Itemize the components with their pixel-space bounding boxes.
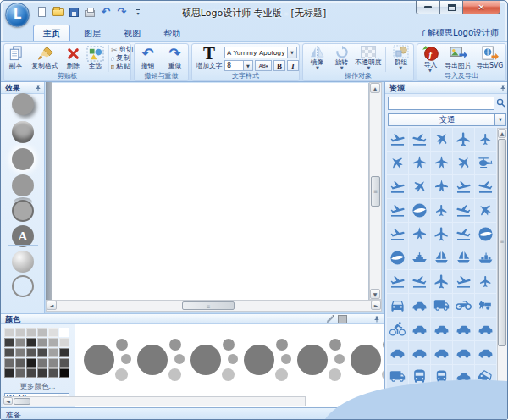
- redo-quick-button[interactable]: ↷: [115, 5, 129, 19]
- resource-item-plane-takeoff[interactable]: [453, 175, 474, 198]
- color-swatch[interactable]: [59, 338, 69, 347]
- color-swatch[interactable]: [37, 358, 47, 368]
- resource-item-plane-badge[interactable]: [387, 246, 408, 269]
- category-select[interactable]: 交通 ▼: [388, 113, 506, 126]
- font-size-select[interactable]: 8 ▼: [224, 60, 253, 71]
- resource-item-truck[interactable]: [431, 294, 452, 317]
- scroll-up-arrow[interactable]: ▲: [498, 129, 506, 138]
- pencil-icon[interactable]: [326, 315, 334, 323]
- color-swatch[interactable]: [15, 328, 25, 337]
- resource-item-plane-landing[interactable]: [409, 128, 430, 151]
- export-svg-button[interactable]: 导出SVG: [474, 45, 505, 72]
- minimize-button[interactable]: [416, 1, 440, 14]
- resources-scrollbar[interactable]: ▲ ≡ ▼: [497, 128, 508, 420]
- pin-icon[interactable]: [373, 316, 380, 323]
- mirror-button[interactable]: 镜像 ▼: [305, 45, 330, 72]
- search-input[interactable]: [388, 97, 494, 110]
- resource-item-car-side[interactable]: [431, 341, 452, 364]
- scroll-right-arrow[interactable]: ►: [371, 301, 381, 310]
- effect-inner-shadow[interactable]: [12, 121, 34, 143]
- color-swatch[interactable]: [15, 358, 25, 368]
- effect-stroke[interactable]: [12, 200, 34, 222]
- color-swatch[interactable]: [26, 338, 36, 347]
- color-swatch[interactable]: [4, 338, 14, 347]
- paste-button[interactable]: 粘贴: [109, 63, 130, 71]
- effect-gradient-fill[interactable]: [12, 251, 34, 273]
- color-swatch[interactable]: [15, 368, 25, 378]
- color-swatch[interactable]: [59, 348, 69, 357]
- resource-item-van[interactable]: [431, 365, 452, 388]
- export-image-button[interactable]: 导出图片: [442, 45, 474, 72]
- vertical-scroll-thumb[interactable]: ≡: [498, 139, 506, 346]
- resource-item-car-side[interactable]: [431, 318, 452, 340]
- resource-item-jet-tilt[interactable]: [453, 152, 474, 174]
- tab-layers[interactable]: 图层: [75, 25, 110, 43]
- resource-item-jet-tilt[interactable]: [431, 128, 452, 151]
- chevron-down-icon[interactable]: ▼: [243, 61, 252, 70]
- search-icon[interactable]: [496, 98, 505, 108]
- horizontal-scroll-thumb[interactable]: [14, 398, 30, 405]
- new-document-button[interactable]: [35, 5, 48, 19]
- color-swatch[interactable]: [37, 368, 47, 378]
- resource-item-car-side[interactable]: [409, 318, 430, 340]
- font-family-select[interactable]: A Yummy Apology ▼: [224, 47, 297, 58]
- scroll-down-arrow[interactable]: ▼: [370, 289, 380, 299]
- more-colors-link[interactable]: 更多颜色...: [1, 382, 75, 392]
- resource-item-truck[interactable]: [387, 365, 408, 388]
- resource-item-car-side[interactable]: [387, 341, 408, 364]
- color-swatch[interactable]: [4, 348, 14, 357]
- color-swatch[interactable]: [48, 348, 58, 357]
- template-thumbnail[interactable]: [185, 324, 239, 395]
- resource-item-motorcycle[interactable]: [453, 294, 474, 317]
- resource-item-car-side[interactable]: [453, 365, 474, 388]
- vertical-scroll-thumb[interactable]: ≡: [371, 176, 380, 207]
- template-thumbnail[interactable]: [132, 324, 185, 395]
- rotate-button[interactable]: 旋转 ▼: [330, 45, 354, 72]
- resource-item-sailboat-flip[interactable]: [453, 246, 474, 269]
- color-swatch[interactable]: [4, 328, 14, 337]
- restore-button[interactable]: [440, 1, 463, 14]
- color-swatch[interactable]: [37, 348, 47, 357]
- chevron-down-icon[interactable]: ▼: [287, 47, 296, 58]
- color-swatch[interactable]: [4, 358, 14, 368]
- delete-button[interactable]: 删除: [63, 45, 85, 72]
- resource-item-plane-landing[interactable]: [475, 175, 496, 198]
- color-swatch[interactable]: [48, 338, 58, 347]
- resource-item-helicopter[interactable]: [475, 152, 496, 174]
- save-button[interactable]: [67, 5, 80, 19]
- color-swatch[interactable]: [59, 358, 69, 368]
- copy-button[interactable]: 副本: [4, 45, 28, 72]
- resource-item-plane-top[interactable]: [453, 128, 474, 151]
- color-swatch[interactable]: [26, 328, 36, 337]
- template-thumbnail[interactable]: [239, 324, 292, 395]
- select-all-button[interactable]: 全选: [84, 45, 107, 72]
- undo-button[interactable]: ↶ 撤销: [136, 45, 160, 72]
- tab-view[interactable]: 视图: [114, 25, 150, 43]
- redo-button[interactable]: ↷ 重做: [163, 45, 187, 72]
- resource-item-jet-tilt[interactable]: [409, 175, 430, 198]
- color-swatch[interactable]: [59, 368, 69, 378]
- template-thumbnail[interactable]: [292, 324, 345, 395]
- resource-item-warship[interactable]: [409, 246, 430, 269]
- resource-item-plane-takeoff[interactable]: [387, 199, 408, 222]
- resource-item-plane-badge[interactable]: [475, 223, 496, 246]
- current-color-swatch[interactable]: [338, 315, 347, 323]
- resource-item-plane-landing[interactable]: [453, 223, 474, 246]
- resource-item-jet[interactable]: [431, 152, 452, 174]
- color-swatch[interactable]: [59, 328, 69, 337]
- color-swatch[interactable]: [15, 338, 25, 347]
- scroll-left-arrow[interactable]: ◄: [47, 301, 57, 310]
- effect-drop-shadow[interactable]: [12, 93, 34, 115]
- color-swatch[interactable]: [48, 368, 58, 378]
- resource-item-plane-takeoff[interactable]: [453, 270, 474, 293]
- print-button[interactable]: [83, 5, 97, 19]
- color-swatch[interactable]: [15, 348, 25, 357]
- undo-quick-button[interactable]: ↶: [99, 5, 113, 19]
- scroll-left-arrow[interactable]: ◄: [3, 397, 13, 405]
- resource-item-plane-badge[interactable]: [409, 199, 430, 222]
- color-swatch[interactable]: [26, 358, 36, 368]
- pin-icon[interactable]: [500, 85, 506, 91]
- resource-item-skidding-car[interactable]: [475, 365, 496, 388]
- resource-item-plane-takeoff[interactable]: [387, 175, 408, 198]
- resource-item-plane-top[interactable]: [431, 270, 452, 293]
